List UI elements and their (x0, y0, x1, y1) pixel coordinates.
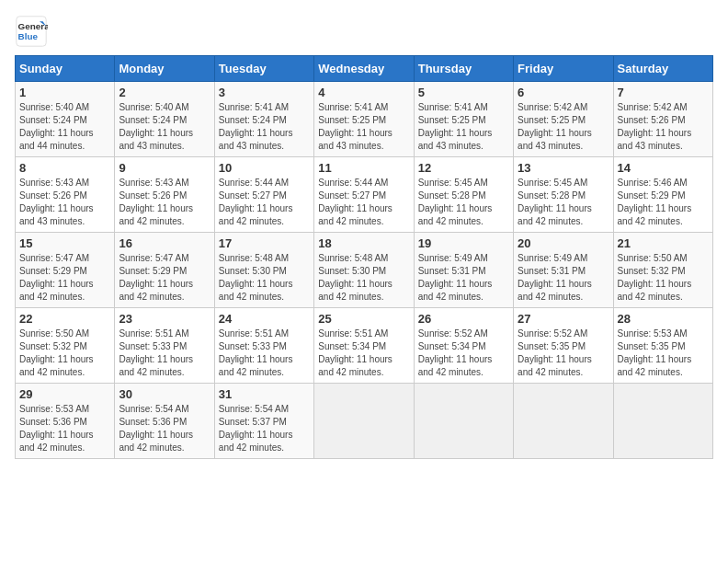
col-header-sunday: Sunday (16, 56, 115, 82)
day-info: Sunrise: 5:47 AM Sunset: 5:29 PM Dayligh… (19, 252, 110, 304)
calendar-cell: 9Sunrise: 5:43 AM Sunset: 5:26 PM Daylig… (115, 157, 214, 233)
day-info: Sunrise: 5:54 AM Sunset: 5:37 PM Dayligh… (219, 403, 310, 454)
calendar-cell: 14Sunrise: 5:46 AM Sunset: 5:29 PM Dayli… (613, 157, 712, 233)
day-number: 15 (19, 236, 110, 250)
day-info: Sunrise: 5:43 AM Sunset: 5:26 PM Dayligh… (19, 177, 110, 228)
day-number: 4 (318, 86, 409, 99)
day-number: 28 (618, 312, 709, 326)
calendar-cell: 16Sunrise: 5:47 AM Sunset: 5:29 PM Dayli… (115, 233, 214, 308)
day-number: 27 (518, 312, 609, 326)
col-header-friday: Friday (514, 56, 613, 82)
day-info: Sunrise: 5:40 AM Sunset: 5:24 PM Dayligh… (119, 101, 210, 153)
day-number: 11 (318, 161, 409, 175)
calendar-cell: 20Sunrise: 5:49 AM Sunset: 5:31 PM Dayli… (514, 233, 613, 308)
day-info: Sunrise: 5:54 AM Sunset: 5:36 PM Dayligh… (119, 403, 210, 454)
day-info: Sunrise: 5:51 AM Sunset: 5:34 PM Dayligh… (318, 327, 409, 379)
day-info: Sunrise: 5:48 AM Sunset: 5:30 PM Dayligh… (318, 252, 409, 304)
calendar-cell: 24Sunrise: 5:51 AM Sunset: 5:33 PM Dayli… (214, 308, 313, 384)
day-info: Sunrise: 5:41 AM Sunset: 5:25 PM Dayligh… (418, 101, 509, 153)
calendar-cell: 10Sunrise: 5:44 AM Sunset: 5:27 PM Dayli… (214, 157, 313, 233)
calendar-cell: 26Sunrise: 5:52 AM Sunset: 5:34 PM Dayli… (414, 308, 513, 384)
day-info: Sunrise: 5:44 AM Sunset: 5:27 PM Dayligh… (219, 177, 310, 228)
day-number: 3 (219, 86, 310, 99)
calendar-cell: 28Sunrise: 5:53 AM Sunset: 5:35 PM Dayli… (613, 308, 712, 384)
day-info: Sunrise: 5:45 AM Sunset: 5:28 PM Dayligh… (418, 177, 509, 228)
day-info: Sunrise: 5:49 AM Sunset: 5:31 PM Dayligh… (418, 252, 509, 304)
day-number: 17 (219, 236, 310, 250)
calendar-cell: 23Sunrise: 5:51 AM Sunset: 5:33 PM Dayli… (115, 308, 214, 384)
logo: General Blue (15, 15, 48, 48)
calendar-cell (314, 384, 414, 459)
day-number: 13 (518, 161, 609, 175)
day-info: Sunrise: 5:52 AM Sunset: 5:35 PM Dayligh… (518, 327, 609, 379)
day-info: Sunrise: 5:41 AM Sunset: 5:24 PM Dayligh… (219, 101, 310, 153)
day-number: 5 (418, 86, 509, 99)
calendar-cell: 2Sunrise: 5:40 AM Sunset: 5:24 PM Daylig… (115, 82, 214, 157)
header-row: SundayMondayTuesdayWednesdayThursdayFrid… (16, 56, 713, 82)
calendar-cell: 1Sunrise: 5:40 AM Sunset: 5:24 PM Daylig… (16, 82, 115, 157)
day-number: 25 (318, 312, 409, 326)
week-row-3: 15Sunrise: 5:47 AM Sunset: 5:29 PM Dayli… (16, 233, 713, 308)
week-row-2: 8Sunrise: 5:43 AM Sunset: 5:26 PM Daylig… (16, 157, 713, 233)
day-number: 30 (119, 387, 210, 401)
day-number: 8 (19, 161, 110, 175)
day-info: Sunrise: 5:44 AM Sunset: 5:27 PM Dayligh… (318, 177, 409, 228)
day-info: Sunrise: 5:45 AM Sunset: 5:28 PM Dayligh… (518, 177, 609, 228)
day-number: 24 (219, 312, 310, 326)
calendar-cell: 7Sunrise: 5:42 AM Sunset: 5:26 PM Daylig… (613, 82, 712, 157)
calendar-cell: 5Sunrise: 5:41 AM Sunset: 5:25 PM Daylig… (414, 82, 513, 157)
day-number: 1 (19, 86, 110, 99)
calendar-table: SundayMondayTuesdayWednesdayThursdayFrid… (15, 55, 713, 459)
calendar-cell: 21Sunrise: 5:50 AM Sunset: 5:32 PM Dayli… (613, 233, 712, 308)
calendar-cell: 12Sunrise: 5:45 AM Sunset: 5:28 PM Dayli… (414, 157, 513, 233)
day-number: 12 (418, 161, 509, 175)
calendar-cell: 13Sunrise: 5:45 AM Sunset: 5:28 PM Dayli… (514, 157, 613, 233)
calendar-cell (414, 384, 513, 459)
day-number: 19 (418, 236, 509, 250)
week-row-4: 22Sunrise: 5:50 AM Sunset: 5:32 PM Dayli… (16, 308, 713, 384)
col-header-wednesday: Wednesday (314, 56, 414, 82)
day-number: 9 (119, 161, 210, 175)
day-number: 31 (219, 387, 310, 401)
calendar-cell: 11Sunrise: 5:44 AM Sunset: 5:27 PM Dayli… (314, 157, 414, 233)
calendar-cell: 8Sunrise: 5:43 AM Sunset: 5:26 PM Daylig… (16, 157, 115, 233)
day-info: Sunrise: 5:53 AM Sunset: 5:36 PM Dayligh… (19, 403, 110, 454)
day-number: 18 (318, 236, 409, 250)
day-info: Sunrise: 5:47 AM Sunset: 5:29 PM Dayligh… (119, 252, 210, 304)
col-header-thursday: Thursday (414, 56, 513, 82)
day-info: Sunrise: 5:53 AM Sunset: 5:35 PM Dayligh… (618, 327, 709, 379)
logo-icon: General Blue (15, 15, 48, 48)
day-info: Sunrise: 5:40 AM Sunset: 5:24 PM Dayligh… (19, 101, 110, 153)
calendar-cell: 17Sunrise: 5:48 AM Sunset: 5:30 PM Dayli… (214, 233, 313, 308)
day-number: 10 (219, 161, 310, 175)
day-number: 20 (518, 236, 609, 250)
day-info: Sunrise: 5:46 AM Sunset: 5:29 PM Dayligh… (618, 177, 709, 228)
week-row-1: 1Sunrise: 5:40 AM Sunset: 5:24 PM Daylig… (16, 82, 713, 157)
day-info: Sunrise: 5:42 AM Sunset: 5:25 PM Dayligh… (518, 101, 609, 153)
day-info: Sunrise: 5:42 AM Sunset: 5:26 PM Dayligh… (618, 101, 709, 153)
calendar-cell: 18Sunrise: 5:48 AM Sunset: 5:30 PM Dayli… (314, 233, 414, 308)
day-number: 21 (618, 236, 709, 250)
header: General Blue (15, 15, 713, 48)
day-info: Sunrise: 5:50 AM Sunset: 5:32 PM Dayligh… (618, 252, 709, 304)
calendar-cell: 25Sunrise: 5:51 AM Sunset: 5:34 PM Dayli… (314, 308, 414, 384)
day-info: Sunrise: 5:43 AM Sunset: 5:26 PM Dayligh… (119, 177, 210, 228)
calendar-cell: 31Sunrise: 5:54 AM Sunset: 5:37 PM Dayli… (214, 384, 313, 459)
day-number: 29 (19, 387, 110, 401)
col-header-tuesday: Tuesday (214, 56, 313, 82)
calendar-cell: 4Sunrise: 5:41 AM Sunset: 5:25 PM Daylig… (314, 82, 414, 157)
calendar-cell: 19Sunrise: 5:49 AM Sunset: 5:31 PM Dayli… (414, 233, 513, 308)
calendar-cell (613, 384, 712, 459)
calendar-cell: 30Sunrise: 5:54 AM Sunset: 5:36 PM Dayli… (115, 384, 214, 459)
calendar-cell: 15Sunrise: 5:47 AM Sunset: 5:29 PM Dayli… (16, 233, 115, 308)
day-info: Sunrise: 5:49 AM Sunset: 5:31 PM Dayligh… (518, 252, 609, 304)
week-row-5: 29Sunrise: 5:53 AM Sunset: 5:36 PM Dayli… (16, 384, 713, 459)
day-info: Sunrise: 5:51 AM Sunset: 5:33 PM Dayligh… (219, 327, 310, 379)
calendar-cell: 29Sunrise: 5:53 AM Sunset: 5:36 PM Dayli… (16, 384, 115, 459)
day-number: 6 (518, 86, 609, 99)
day-number: 22 (19, 312, 110, 326)
col-header-monday: Monday (115, 56, 214, 82)
calendar-cell: 27Sunrise: 5:52 AM Sunset: 5:35 PM Dayli… (514, 308, 613, 384)
col-header-saturday: Saturday (613, 56, 712, 82)
calendar-cell: 22Sunrise: 5:50 AM Sunset: 5:32 PM Dayli… (16, 308, 115, 384)
